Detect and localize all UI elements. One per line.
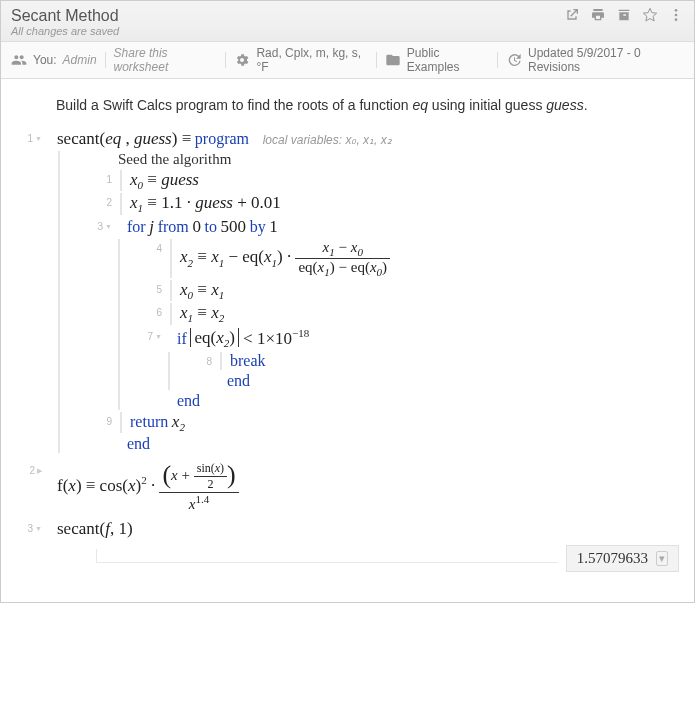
cell-2[interactable]: 2▶ f(x) ≡ cos(x)2 · (x + sin(x)2) x1.4 bbox=[16, 461, 679, 513]
gutter-n2: 2 bbox=[106, 197, 112, 208]
history-icon bbox=[506, 52, 522, 68]
page-title: Secant Method bbox=[11, 7, 564, 25]
result-box[interactable]: 1.57079633 ▾ bbox=[566, 545, 679, 572]
caret-icon: ▼ bbox=[35, 525, 42, 532]
result-menu-icon[interactable]: ▾ bbox=[656, 551, 668, 566]
intro-guess: guess bbox=[546, 97, 583, 113]
cell-1-3-5[interactable]: 5 x0 ≡ x1 bbox=[128, 280, 679, 301]
more-icon[interactable] bbox=[668, 7, 684, 26]
caret-icon: ▼ bbox=[35, 135, 42, 142]
gutter-n3: 3 bbox=[98, 221, 104, 232]
role-label: Admin bbox=[63, 53, 97, 67]
worksheet: Build a Swift Calcs program to find the … bbox=[1, 79, 694, 602]
gutter-n1: 1 bbox=[106, 174, 112, 185]
star-icon[interactable] bbox=[642, 7, 658, 26]
cell-1-3-7-8[interactable]: 8 break bbox=[178, 352, 679, 370]
cell-1-3[interactable]: 3▼ for j from 0 to 500 by 1 bbox=[68, 217, 679, 237]
result-row: 1.57079633 ▾ bbox=[96, 545, 679, 572]
units-label[interactable]: Rad, Cplx, m, kg, s, °F bbox=[256, 46, 367, 74]
end-program: end bbox=[68, 435, 679, 453]
intro-t2: using initial guess bbox=[428, 97, 546, 113]
print-icon[interactable] bbox=[590, 7, 606, 26]
seed-text: Seed the algorithm bbox=[68, 151, 679, 168]
toolbar: You: Admin Share this worksheet Rad, Cpl… bbox=[1, 42, 694, 79]
gutter-n9: 9 bbox=[106, 416, 112, 427]
open-external-icon[interactable] bbox=[564, 7, 580, 26]
cell-1[interactable]: 1▼ secant(eq , guess) ≡ program local va… bbox=[16, 129, 679, 149]
gutter-1: 1 bbox=[28, 133, 34, 144]
result-value: 1.57079633 bbox=[577, 550, 648, 567]
folder-link[interactable]: Public Examples bbox=[407, 46, 489, 74]
cell-1-2[interactable]: 2 x1 ≡ 1.1 · guess + 0.01 bbox=[68, 193, 679, 214]
you-label: You: bbox=[33, 53, 57, 67]
caret-icon: ▼ bbox=[105, 223, 112, 230]
cell-1-9[interactable]: 9 return x2 bbox=[68, 412, 679, 433]
updated-label[interactable]: Updated 5/9/2017 - 0 Revisions bbox=[528, 46, 684, 74]
gutter-n7: 7 bbox=[148, 331, 154, 342]
program-keyword: program bbox=[195, 130, 249, 147]
gutter-n4: 4 bbox=[156, 243, 162, 254]
svg-point-2 bbox=[675, 18, 678, 21]
cell-1-3-7[interactable]: 7▼ if eq(x2) < 1×10−18 bbox=[128, 327, 679, 350]
gutter-n6: 6 bbox=[156, 307, 162, 318]
people-icon bbox=[11, 52, 27, 68]
cell-1-3-4[interactable]: 4 x2 ≡ x1 − eq(x1) · x1 − x0 eq(x1) − eq… bbox=[128, 239, 679, 278]
intro-text: Build a Swift Calcs program to find the … bbox=[56, 97, 679, 113]
header: Secant Method All changes are saved bbox=[1, 1, 694, 42]
caret-icon: ▶ bbox=[37, 467, 42, 475]
save-status: All changes are saved bbox=[11, 25, 564, 37]
svg-point-1 bbox=[675, 14, 678, 17]
svg-point-0 bbox=[675, 9, 678, 12]
intro-eq: eq bbox=[412, 97, 428, 113]
app-shell: Secant Method All changes are saved You:… bbox=[0, 0, 695, 603]
cell-1-3-6[interactable]: 6 x1 ≡ x2 bbox=[128, 303, 679, 324]
folder-icon bbox=[385, 52, 401, 68]
share-link[interactable]: Share this worksheet bbox=[114, 46, 218, 74]
end-for: end bbox=[128, 392, 679, 410]
intro-t1: Build a Swift Calcs program to find the … bbox=[56, 97, 412, 113]
func-def: secant(eq , guess) ≡ bbox=[57, 129, 191, 149]
gutter-n8: 8 bbox=[206, 356, 212, 367]
caret-icon: ▼ bbox=[155, 333, 162, 340]
end-if: end bbox=[178, 372, 679, 390]
cell-1-1[interactable]: 1 x0 ≡ guess bbox=[68, 170, 679, 191]
gutter-2: 2 bbox=[29, 465, 35, 476]
gear-icon[interactable] bbox=[234, 52, 250, 68]
archive-icon[interactable] bbox=[616, 7, 632, 26]
gutter-n5: 5 bbox=[156, 284, 162, 295]
intro-t3: . bbox=[584, 97, 588, 113]
cell-3[interactable]: 3▼ secant(f, 1) bbox=[16, 519, 679, 539]
gutter-3: 3 bbox=[28, 523, 34, 534]
locals-comment: local variables: x₀, x₁, x₂ bbox=[263, 133, 392, 147]
